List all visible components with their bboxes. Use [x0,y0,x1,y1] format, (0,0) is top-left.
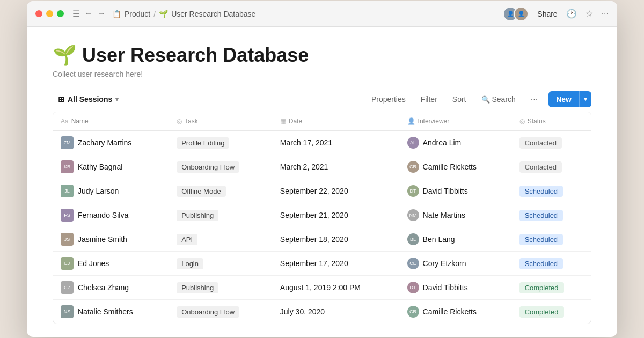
view-label: All Sessions [68,95,112,104]
status-cell: Completed [512,276,591,300]
breadcrumb: 📋 Product / 🌱 User Research Database [112,10,496,18]
status-badge: Contacted [519,137,562,149]
page-subtitle: Collect user research here! [53,70,591,78]
task-cell: Publishing [169,203,273,227]
col-header-date[interactable]: ▦Date [273,112,400,131]
task-cell: Onboarding Flow [169,300,273,324]
view-selector[interactable]: ⊞ All Sessions ▾ [53,92,124,107]
user-name: Fernando Silva [78,211,128,219]
status-cell: Scheduled [512,252,591,276]
titlebar: ☰ ← → 📋 Product / 🌱 User Research Databa… [27,1,617,27]
table-header-row: AaName ◎Task ▦Date 👤Interviewer ◎Status [53,112,591,131]
fullscreen-button[interactable] [57,10,64,17]
status-badge: Scheduled [519,210,563,221]
interviewer-name: Nate Martins [423,211,465,219]
date-cell: August 1, 2019 2:00 PM [273,276,400,300]
more-icon[interactable]: ··· [602,9,609,19]
status-badge: Scheduled [519,234,563,245]
user-name: Jasmine Smith [78,235,127,244]
minimize-button[interactable] [46,10,53,17]
user-avatar: JL [61,185,74,197]
status-badge: Contacted [519,161,562,173]
database-table: AaName ◎Task ▦Date 👤Interviewer ◎Status [53,112,591,324]
breadcrumb-page[interactable]: User Research Database [171,10,255,18]
col-header-interviewer[interactable]: 👤Interviewer [400,112,512,131]
col-header-name[interactable]: AaName [53,112,169,131]
menu-icon[interactable]: ☰ [72,9,80,19]
user-name: Chelsea Zhang [78,283,129,292]
star-icon[interactable]: ☆ [586,9,593,19]
name-cell: KB Kathy Bagnal [53,155,169,179]
breadcrumb-parent[interactable]: Product [125,10,150,18]
table-row[interactable]: NS Natalie Smithers Onboarding FlowJuly … [53,300,591,324]
table-row[interactable]: FS Fernando Silva PublishingSeptember 21… [53,203,591,227]
search-icon: 🔍 [481,95,490,104]
share-button[interactable]: Share [537,10,557,18]
name-cell: CZ Chelsea Zhang [53,276,169,300]
main-content: 🌱 User Research Database Collect user re… [27,27,617,337]
table-row[interactable]: JL Judy Larson Offline ModeSeptember 22,… [53,179,591,203]
new-dropdown-arrow[interactable]: ▾ [579,91,591,107]
table-row[interactable]: KB Kathy Bagnal Onboarding FlowMarch 2, … [53,155,591,179]
interviewer-name: Camille Ricketts [423,307,477,316]
user-name: Judy Larson [78,187,119,195]
traffic-lights [35,10,64,17]
status-badge: Scheduled [519,258,563,269]
name-cell: JL Judy Larson [53,179,169,203]
forward-icon[interactable]: → [97,9,106,19]
user-name: Natalie Smithers [78,307,133,316]
table-row[interactable]: JS Jasmine Smith APISeptember 18, 2020 B… [53,227,591,252]
sort-button[interactable]: Sort [448,92,471,107]
task-cell: Publishing [169,276,273,300]
interviewer-name: Ben Lang [423,235,455,244]
search-button[interactable]: 🔍 Search [477,92,520,107]
col-header-status[interactable]: ◎Status [512,112,591,131]
interviewer-avatar: AL [407,137,419,149]
page-title-text: User Research Database [82,44,309,67]
name-cell: JS Jasmine Smith [53,227,169,252]
nav-icons: ☰ ← → [72,9,106,19]
status-badge: Scheduled [519,186,563,197]
user-name: Ed Jones [78,259,109,268]
close-button[interactable] [35,10,42,17]
more-options-button[interactable]: ··· [526,91,542,107]
status-cell: Scheduled [512,179,591,203]
date-cell: September 18, 2020 [273,227,400,252]
task-tag: Profile Editing [177,137,229,149]
table-row[interactable]: CZ Chelsea Zhang PublishingAugust 1, 201… [53,276,591,300]
interviewer-cell: BL Ben Lang [400,227,512,252]
task-cell: Onboarding Flow [169,155,273,179]
task-tag: API [177,234,197,245]
name-cell: ZM Zachary Martins [53,131,169,155]
titlebar-right: 👤 👤 Share 🕐 ☆ ··· [503,6,609,21]
date-cell: September 22, 2020 [273,179,400,203]
table-row[interactable]: EJ Ed Jones LoginSeptember 17, 2020 CE C… [53,252,591,276]
new-button-group: New ▾ [548,91,591,107]
task-tag: Login [177,258,203,269]
history-icon[interactable]: 🕐 [566,9,577,19]
toolbar-actions: Properties Filter Sort 🔍 Search ··· New … [367,91,591,107]
table-row[interactable]: ZM Zachary Martins Profile EditingMarch … [53,131,591,155]
filter-button[interactable]: Filter [416,92,442,107]
interviewer-avatar: DT [407,185,419,197]
properties-button[interactable]: Properties [367,92,410,107]
interviewer-cell: CR Camille Ricketts [400,155,512,179]
interviewer-cell: AL Andrea Lim [400,131,512,155]
back-icon[interactable]: ← [84,9,93,19]
user-avatar: KB [61,160,74,173]
task-tag: Publishing [177,210,218,221]
status-badge: Completed [519,282,564,293]
new-main-button[interactable]: New [548,91,579,107]
date-col-icon: ▦ [280,117,286,125]
task-col-icon: ◎ [177,117,182,125]
interviewer-name: David Tibbitts [423,283,468,292]
status-cell: Contacted [512,155,591,179]
user-avatar: EJ [61,257,74,270]
col-header-task[interactable]: ◎Task [169,112,273,131]
task-cell: Login [169,252,273,276]
interviewer-cell: DT David Tibbitts [400,179,512,203]
status-cell: Scheduled [512,203,591,227]
interviewer-cell: CE Cory Etzkorn [400,252,512,276]
user-name: Zachary Martins [78,138,131,147]
interviewer-cell: CR Camille Ricketts [400,300,512,324]
